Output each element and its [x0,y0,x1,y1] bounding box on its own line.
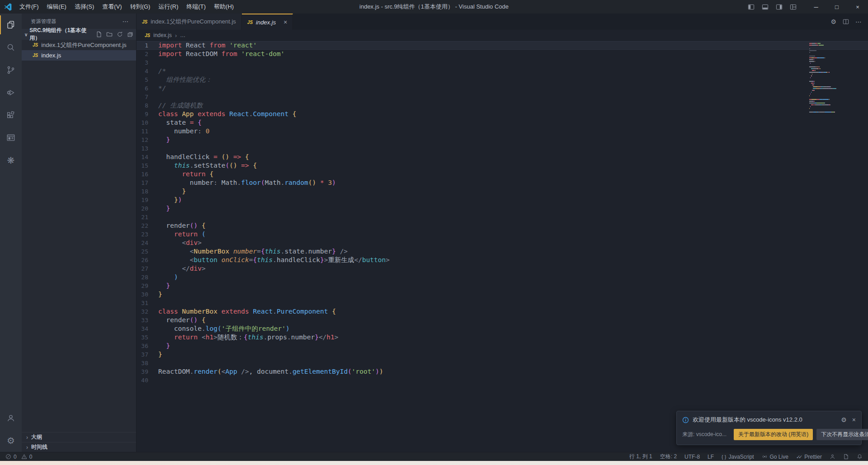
vscode-logo-icon[interactable] [0,3,15,11]
menu-item[interactable]: 帮助(H) [210,0,238,14]
editor-group: JSindex.1父组件PureComponent.jsJSindex.js× … [137,14,868,452]
new-folder-icon[interactable] [106,31,113,38]
code-line-content: this.setState(() => { [158,161,868,170]
minimap-line [809,86,860,87]
activitybar-source-control-icon[interactable] [0,59,22,81]
activitybar-account-icon[interactable] [0,407,22,429]
activitybar-settings-gear-icon[interactable]: ⚙ [0,429,22,452]
activitybar-run-debug-icon[interactable] [0,81,22,104]
minimize-button[interactable]: ─ [806,0,826,14]
activitybar-explorer-icon[interactable] [0,14,22,36]
notification-button[interactable]: 下次不再显示这条消息 [816,429,868,440]
code-line: 4/* [137,67,868,75]
activitybar-search-icon[interactable] [0,36,22,59]
minimap-line [809,99,860,100]
code-line: 33 render() { [137,316,868,324]
more-icon[interactable]: ⋯ [855,18,862,25]
menu-item[interactable]: 终端(T) [182,0,210,14]
code-line-content: class NumberBox extends React.PureCompon… [158,307,868,316]
activitybar-browser-preview-icon[interactable] [0,127,22,149]
line-number: 34 [137,324,158,333]
menu-item[interactable]: 选择(S) [71,0,98,14]
minimap-line [809,72,860,73]
line-number: 2 [137,50,158,58]
go-live-button[interactable]: Go Live [762,454,788,460]
code-line: 17 number: Math.floor(Math.random() * 3) [137,178,868,187]
status-label: UTF-8 [684,454,700,460]
status-label: 行 1, 列 1 [629,453,652,460]
code-line: 25 <NumberBox number={this.state.number}… [137,247,868,256]
minimap-line [809,48,860,49]
tab-close-icon[interactable]: × [283,19,287,26]
minimap-line [809,92,860,93]
toggle-panel-icon[interactable] [759,4,771,10]
notification-close-icon[interactable]: × [852,416,856,423]
minimap[interactable] [809,43,860,115]
status-item[interactable]: 空格: 2 [660,453,677,460]
activitybar-openai-icon[interactable]: ❋ [0,149,22,172]
sidebar-section-outline[interactable]: ›大纲 [22,432,136,442]
minimap-line [809,54,860,55]
code-editor[interactable]: 1import React from 'react'2import ReactD… [137,41,868,452]
code-line: 22 render() { [137,221,868,230]
code-line: 39ReactDOM.render(<App />, document.getE… [137,367,868,376]
chevron-down-icon: ∨ [24,32,28,37]
language-mode[interactable]: { }JavaScript [722,454,754,460]
menu-item[interactable]: 查看(V) [98,0,126,14]
split-editor-icon[interactable] [843,19,849,25]
menu-item[interactable]: 文件(F) [15,0,43,14]
prettier-button[interactable]: ✓✓Prettier [796,454,822,460]
notification-settings-gear-icon[interactable]: ⚙ [841,416,847,423]
menu-item[interactable]: 运行(R) [154,0,182,14]
customize-layout-icon[interactable] [787,4,799,10]
minimap-line [809,68,860,69]
code-line-content [158,213,868,221]
maximize-button[interactable]: □ [826,0,847,14]
new-file-icon[interactable] [96,31,102,38]
collapse-all-icon[interactable] [127,31,133,38]
toggle-sidebar-icon[interactable] [745,4,757,10]
editor-tab[interactable]: JSindex.js× [242,14,293,30]
line-number: 5 [137,75,158,84]
activitybar-extensions-icon[interactable] [0,104,22,127]
code-line-content: } [158,350,868,359]
code-line: 23 return ( [137,230,868,239]
breadcrumb-symbol[interactable]: … [180,32,185,38]
status-item[interactable]: 行 1, 列 1 [629,453,652,460]
gear-icon[interactable]: ⚙ [830,19,836,25]
menu-item[interactable]: 转到(G) [126,0,155,14]
code-line: 8// 生成随机数 [137,101,868,110]
refresh-icon[interactable] [117,31,123,38]
editor-layout-icon[interactable] [843,454,849,460]
minimap-line [809,61,860,62]
code-line: 32class NumberBox extends React.PureComp… [137,307,868,316]
code-line: 19 }) [137,196,868,204]
js-file-icon: JS [247,20,253,25]
warnings-count[interactable]: 0 [21,454,33,460]
notification-button[interactable]: 关于最新版本的改动 (用英语) [734,429,813,440]
file-row[interactable]: JSindex.1父组件PureComponent.js [22,40,136,50]
editor-tab[interactable]: JSindex.1父组件PureComponent.js [137,14,242,30]
line-number: 18 [137,187,158,196]
feedback-icon[interactable] [830,454,835,460]
errors-count[interactable]: 0 [5,454,17,460]
status-item[interactable]: UTF-8 [684,454,700,460]
file-row[interactable]: JSindex.js [22,50,136,61]
sidebar-section-timeline[interactable]: ›时间线 [22,442,136,452]
explorer-root-folder[interactable]: ∨ SRC.9纯组件（1基本使用） [22,29,136,40]
notifications-bell-icon[interactable] [857,454,863,460]
breadcrumb-file[interactable]: index.js [153,32,172,38]
minimap-line [809,85,860,85]
menu-item[interactable]: 编辑(E) [43,0,71,14]
line-number: 10 [137,118,158,127]
close-button[interactable]: × [847,0,868,14]
explorer-more-icon[interactable]: ⋯ [123,18,129,25]
breadcrumb[interactable]: JS index.js › … [137,30,868,41]
status-label: JavaScript [728,454,754,460]
code-line-content: ) [158,273,868,282]
code-line-content: } [158,342,868,350]
status-item[interactable]: LF [708,454,714,460]
toggle-secondary-sidebar-icon[interactable] [773,4,785,10]
code-line-content [158,376,868,385]
minimap-line [809,106,860,107]
